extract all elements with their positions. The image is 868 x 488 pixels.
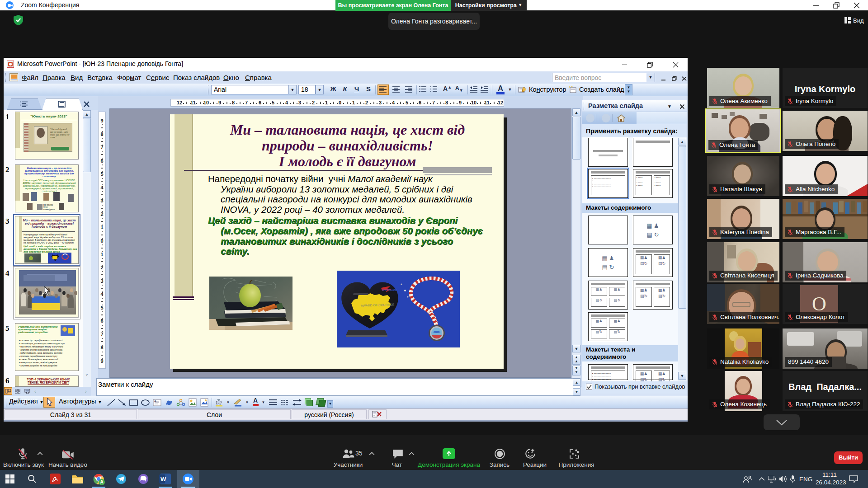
svg-text:ИННОВАЦИЯ: ИННОВАЦИЯ: [382, 289, 397, 291]
